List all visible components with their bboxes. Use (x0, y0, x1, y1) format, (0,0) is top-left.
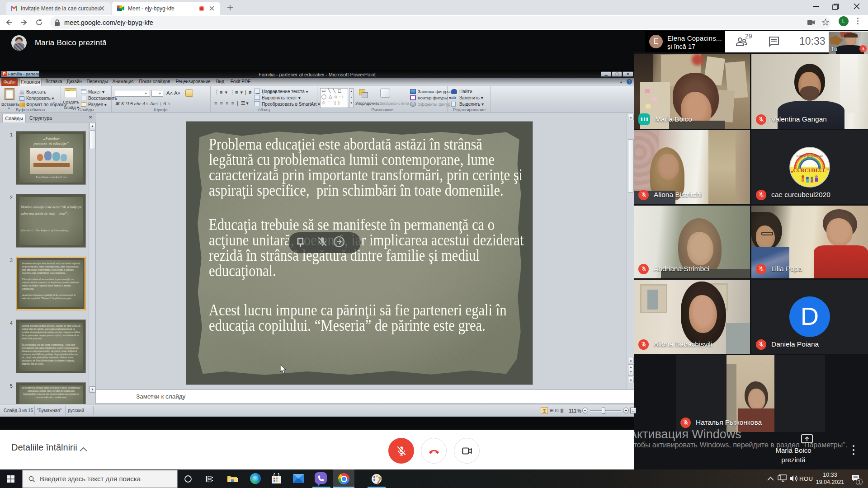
svg-text:Centrul de Activitate: Centrul de Activitate (797, 154, 823, 158)
svg-text:„CURCUBEUL”: „CURCUBEUL” (791, 168, 829, 173)
